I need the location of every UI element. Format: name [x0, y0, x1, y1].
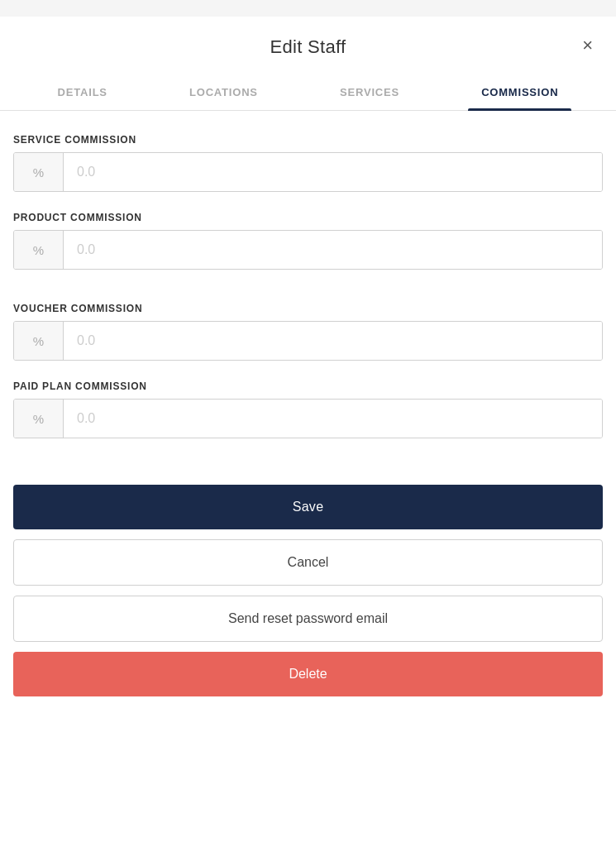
- paid-plan-commission-prefix: %: [14, 400, 64, 438]
- service-commission-input[interactable]: [64, 153, 602, 191]
- voucher-commission-label: VOUCHER COMMISSION: [13, 303, 603, 314]
- paid-plan-commission-input-row: %: [13, 399, 603, 438]
- voucher-commission-input[interactable]: [64, 322, 602, 360]
- close-button[interactable]: ×: [579, 33, 596, 58]
- paid-plan-commission-group: PAID PLAN COMMISSION %: [13, 380, 603, 438]
- save-button[interactable]: Save: [13, 485, 603, 529]
- service-commission-prefix: %: [14, 153, 64, 191]
- paid-plan-commission-input[interactable]: [64, 400, 602, 438]
- modal-header: Edit Staff ×: [0, 17, 616, 58]
- voucher-commission-prefix: %: [14, 322, 64, 360]
- tab-content: SERVICE COMMISSION % PRODUCT COMMISSION …: [0, 111, 616, 478]
- close-icon: ×: [582, 35, 593, 55]
- product-commission-label: PRODUCT COMMISSION: [13, 212, 603, 223]
- tab-services[interactable]: SERVICES: [327, 74, 413, 110]
- cancel-button[interactable]: Cancel: [13, 539, 603, 586]
- edit-staff-modal: Edit Staff × DETAILS LOCATIONS SERVICES …: [0, 17, 616, 847]
- tab-bar: DETAILS LOCATIONS SERVICES COMMISSION: [0, 74, 616, 111]
- paid-plan-commission-label: PAID PLAN COMMISSION: [13, 380, 603, 392]
- modal-title: Edit Staff: [270, 36, 346, 58]
- voucher-commission-input-row: %: [13, 321, 603, 361]
- voucher-commission-group: VOUCHER COMMISSION %: [13, 303, 603, 361]
- tab-details[interactable]: DETAILS: [45, 74, 121, 110]
- product-commission-input[interactable]: [64, 231, 602, 269]
- service-commission-input-row: %: [13, 152, 603, 192]
- product-commission-input-row: %: [13, 230, 603, 270]
- product-commission-group: PRODUCT COMMISSION %: [13, 212, 603, 270]
- tab-locations[interactable]: LOCATIONS: [176, 74, 271, 110]
- tab-commission[interactable]: COMMISSION: [468, 74, 571, 110]
- delete-button[interactable]: Delete: [13, 652, 603, 696]
- action-buttons: Save Cancel Send reset password email De…: [0, 478, 616, 716]
- product-commission-prefix: %: [14, 231, 64, 269]
- service-commission-group: SERVICE COMMISSION %: [13, 134, 603, 192]
- service-commission-label: SERVICE COMMISSION: [13, 134, 603, 146]
- reset-password-button[interactable]: Send reset password email: [13, 596, 603, 642]
